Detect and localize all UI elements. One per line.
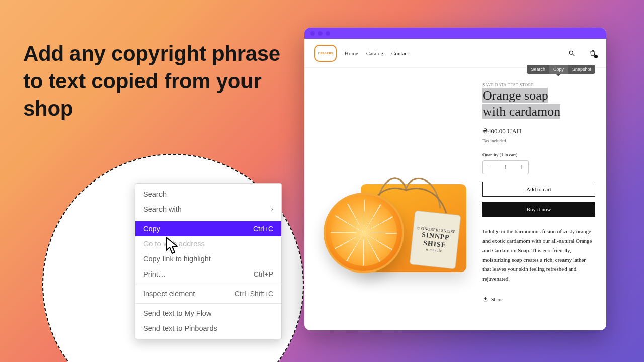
browser-window: CPASEDS Home Catalog Contact	[304, 28, 606, 330]
store-logo[interactable]: CPASEDS	[314, 45, 337, 62]
cart-icon[interactable]	[589, 50, 596, 57]
nav-home[interactable]: Home	[345, 50, 358, 56]
nav-catalog[interactable]: Catalog	[366, 50, 383, 56]
qty-value: 1	[504, 163, 508, 171]
ctx-send-flow-label: Send text to My Flow	[143, 309, 211, 317]
product-title-line1: Orange soap	[482, 88, 548, 103]
ctx-search-with[interactable]: Search with ›	[135, 202, 281, 217]
svg-line-1	[573, 54, 575, 56]
product-title-line2: with cardamon	[482, 104, 560, 119]
chevron-right-icon: ›	[271, 206, 273, 213]
product-price: ₴400.00 UAH	[482, 127, 595, 135]
ctx-inspect[interactable]: Inspect element Ctrl+Shift+C	[135, 286, 281, 301]
svg-point-0	[569, 51, 573, 54]
ctx-send-pinboards[interactable]: Send text to Pinboards	[135, 321, 281, 336]
quantity-stepper[interactable]: − 1 +	[482, 160, 529, 174]
ctx-copy-shortcut: Ctrl+C	[253, 225, 273, 233]
product-info: Search Copy Snapshot SAVE DATA TEST STOR…	[479, 68, 606, 330]
ctx-send-pin-label: Send text to Pinboards	[143, 324, 217, 332]
tooltip-copy[interactable]: Copy	[549, 65, 568, 74]
orange-slice-graphic	[324, 193, 404, 273]
search-icon[interactable]	[568, 50, 575, 57]
ctx-send-flow[interactable]: Send text to My Flow	[135, 306, 281, 321]
ctx-copy-label: Copy	[143, 225, 160, 233]
product-tag: © ONORERI SNEISE SINNPP SHISE o maable	[410, 210, 461, 269]
site-header: CPASEDS Home Catalog Contact	[304, 39, 606, 68]
buy-now-button[interactable]: Buy it now	[482, 202, 595, 217]
headline-text: Add any copyright phrase to text copied …	[23, 40, 285, 123]
tax-note: Tax included.	[482, 138, 595, 143]
promo-stage: Add any copyright phrase to text copied …	[0, 0, 644, 362]
browser-titlebar	[304, 28, 606, 39]
ctx-copy-link-label: Copy link to highlight	[143, 255, 211, 263]
ctx-separator	[135, 284, 281, 284]
traffic-light-icon	[310, 31, 315, 36]
ctx-search[interactable]: Search	[135, 187, 281, 202]
ctx-print[interactable]: Print… Ctrl+P	[135, 266, 281, 282]
share-icon	[482, 297, 488, 302]
quantity-label: Quantity (1 in cart)	[482, 152, 595, 157]
ctx-search-with-label: Search with	[143, 205, 182, 213]
ctx-print-label: Print…	[143, 270, 166, 278]
product-image-area: © ONORERI SNEISE SINNPP SHISE o maable	[304, 68, 479, 330]
nav-contact[interactable]: Contact	[391, 50, 409, 56]
selection-tooltip: Search Copy Snapshot	[527, 65, 595, 74]
traffic-light-icon	[318, 31, 323, 36]
ctx-separator	[135, 219, 281, 219]
ctx-copy-link-highlight[interactable]: Copy link to highlight	[135, 251, 281, 266]
site-body: © ONORERI SNEISE SINNPP SHISE o maable S…	[304, 68, 606, 330]
context-menu: Search Search with › Copy Ctrl+C Go to w…	[135, 183, 282, 339]
share-button[interactable]: Share	[482, 297, 595, 302]
vendor-name: SAVE DATA TEST STORE	[482, 83, 595, 87]
ctx-separator	[135, 303, 281, 304]
ctx-print-shortcut: Ctrl+P	[254, 270, 273, 278]
ctx-goto-address: Go to web address	[135, 236, 281, 251]
cursor-icon	[164, 236, 180, 255]
qty-increase-button[interactable]: +	[515, 161, 528, 174]
ctx-inspect-shortcut: Ctrl+Shift+C	[235, 290, 273, 298]
product-title: Orange soap with cardamon	[482, 87, 595, 119]
add-to-cart-button[interactable]: Add to cart	[482, 182, 595, 197]
ctx-inspect-label: Inspect element	[143, 290, 195, 298]
ctx-copy[interactable]: Copy Ctrl+C	[135, 221, 281, 236]
qty-decrease-button[interactable]: −	[483, 161, 496, 174]
product-description: Indulge in the harmonious fusion of zest…	[482, 227, 595, 283]
tooltip-snapshot[interactable]: Snapshot	[568, 65, 595, 74]
ctx-search-label: Search	[143, 190, 167, 198]
tooltip-search[interactable]: Search	[527, 65, 549, 74]
traffic-light-icon	[326, 31, 330, 36]
share-label: Share	[491, 297, 503, 302]
product-photo: © ONORERI SNEISE SINNPP SHISE o maable	[316, 112, 474, 293]
